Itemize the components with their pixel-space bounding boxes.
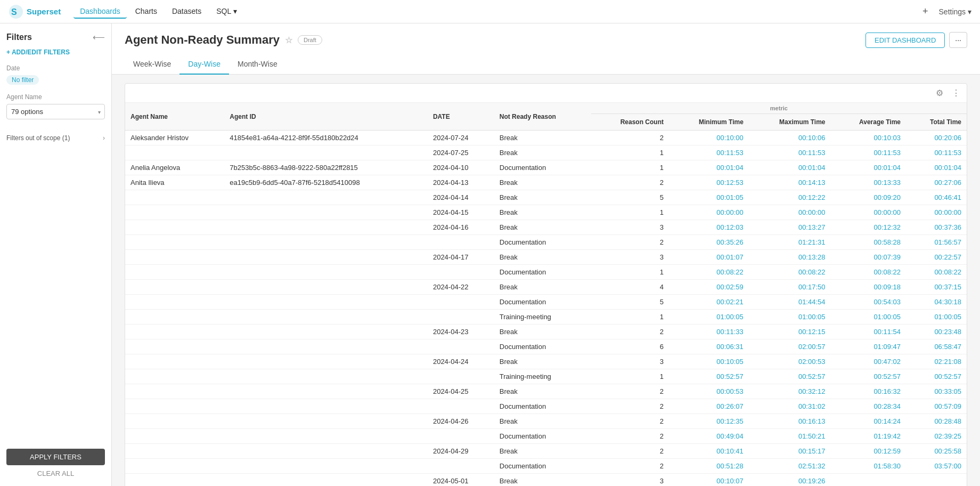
- time-cell: 00:10:03: [831, 131, 907, 145]
- time-cell: 00:22:57: [906, 250, 967, 265]
- filter-toolbar-icon[interactable]: ⚙: [934, 87, 945, 99]
- time-cell: 00:20:06: [906, 131, 967, 145]
- table-row: 2024-04-26Break200:12:3500:16:1300:14:24…: [125, 414, 967, 429]
- count-cell: 2: [591, 131, 669, 145]
- time-cell: 00:11:53: [749, 145, 831, 160]
- table-row: Documentation200:51:2802:51:3201:58:3003…: [125, 459, 967, 474]
- cell: [224, 354, 428, 369]
- count-cell: 1: [591, 310, 669, 325]
- tab-month-wise[interactable]: Month-Wise: [229, 54, 286, 75]
- table-row: Documentation500:02:2101:44:5400:54:0304…: [125, 295, 967, 310]
- table-row: 2024-04-14Break500:01:0500:12:2200:09:20…: [125, 190, 967, 205]
- apply-filters-button[interactable]: APPLY FILTERS: [6, 449, 105, 465]
- nav-sql[interactable]: SQL ▾: [210, 5, 243, 19]
- nav-dashboards[interactable]: Dashboards: [74, 5, 127, 19]
- time-cell: 00:52:57: [906, 369, 967, 384]
- add-edit-filters-button[interactable]: + ADD/EDIT FILTERS: [6, 48, 105, 56]
- more-options-button[interactable]: ···: [949, 32, 967, 48]
- settings-button[interactable]: Settings ▾: [939, 7, 971, 16]
- cell: Documentation: [494, 295, 591, 310]
- cell: Break: [494, 250, 591, 265]
- dashboard-title: Agent Non-Ready Summary: [125, 33, 280, 47]
- time-cell: 02:21:08: [906, 354, 967, 369]
- count-cell: 3: [591, 250, 669, 265]
- time-cell: 00:35:26: [669, 235, 749, 250]
- cell: [224, 220, 428, 235]
- time-cell: 00:12:59: [831, 444, 907, 459]
- table-row: 2024-04-17Break300:01:0700:13:2800:07:39…: [125, 250, 967, 265]
- time-cell: 00:28:48: [906, 414, 967, 429]
- date-filter-label: Date: [6, 64, 105, 72]
- time-cell: 00:19:26: [749, 474, 831, 487]
- more-toolbar-icon[interactable]: ⋮: [950, 87, 962, 99]
- col-date: DATE: [428, 103, 494, 131]
- time-cell: 02:00:53: [749, 354, 831, 369]
- cell: [224, 190, 428, 205]
- cell: 2024-04-25: [428, 384, 494, 399]
- cell: [125, 325, 224, 339]
- table-row: Documentation200:35:2601:21:3100:58:2801…: [125, 235, 967, 250]
- agent-name-select[interactable]: 79 options: [6, 104, 105, 119]
- time-cell: 00:10:00: [669, 131, 749, 145]
- cell: Break: [494, 325, 591, 339]
- clear-all-button[interactable]: CLEAR ALL: [6, 469, 105, 477]
- time-cell: 00:10:05: [669, 354, 749, 369]
- table-row: Aleksander Hristov41854e81-a64a-4212-8f9…: [125, 131, 967, 145]
- cell: [224, 474, 428, 487]
- table-row: 2024-04-29Break200:10:4100:15:1700:12:59…: [125, 444, 967, 459]
- sql-dropdown-caret: ▾: [233, 7, 237, 15]
- tab-week-wise[interactable]: Week-Wise: [125, 54, 179, 75]
- table-row: Training-meeting101:00:0501:00:0501:00:0…: [125, 310, 967, 325]
- time-cell: 01:00:05: [669, 310, 749, 325]
- time-cell: 03:57:00: [906, 459, 967, 474]
- count-cell: 1: [591, 145, 669, 160]
- main-layout: Filters ⟵ + ADD/EDIT FILTERS Date No fil…: [0, 23, 980, 486]
- cell: 2024-04-15: [428, 205, 494, 220]
- logo[interactable]: S Superset: [9, 4, 61, 19]
- date-filter-badge[interactable]: No filter: [6, 75, 39, 85]
- cell: [428, 459, 494, 474]
- time-cell: 00:08:22: [669, 265, 749, 280]
- cell: [224, 414, 428, 429]
- time-cell: 00:11:53: [669, 145, 749, 160]
- table-row: Training-meeting100:52:5700:52:5700:52:5…: [125, 369, 967, 384]
- nav-charts[interactable]: Charts: [129, 5, 164, 19]
- time-cell: 00:00:00: [906, 205, 967, 220]
- cell: [224, 265, 428, 280]
- time-cell: 00:14:24: [831, 414, 907, 429]
- cell: Break: [494, 384, 591, 399]
- time-cell: 00:54:03: [831, 295, 907, 310]
- cell: [125, 205, 224, 220]
- filters-out-scope-button[interactable]: Filters out of scope (1) ›: [6, 132, 105, 144]
- cell: [125, 295, 224, 310]
- time-cell: 00:17:50: [749, 280, 831, 295]
- time-cell: 00:15:17: [749, 444, 831, 459]
- time-cell: 00:12:15: [749, 325, 831, 339]
- cell: Documentation: [494, 160, 591, 175]
- time-cell: 00:12:53: [669, 175, 749, 190]
- cell: 2024-07-25: [428, 145, 494, 160]
- sidebar-collapse-button[interactable]: ⟵: [93, 32, 105, 42]
- cell: Anelia Angelova: [125, 160, 224, 175]
- cell: Break: [494, 280, 591, 295]
- time-cell: 00:52:57: [669, 369, 749, 384]
- add-button[interactable]: +: [918, 4, 933, 19]
- nav-datasets[interactable]: Datasets: [166, 5, 208, 19]
- cell: [224, 205, 428, 220]
- cell: [224, 444, 428, 459]
- time-cell: 00:11:33: [669, 325, 749, 339]
- time-cell: 00:37:36: [906, 220, 967, 235]
- col-metric-group: metric: [591, 103, 967, 114]
- cell: [428, 295, 494, 310]
- favorite-star-icon[interactable]: ☆: [285, 35, 292, 45]
- col-total-time: Total Time: [906, 114, 967, 131]
- draft-badge: Draft: [298, 35, 322, 45]
- cell: 2024-05-01: [428, 474, 494, 487]
- date-filter-section: Date No filter: [6, 64, 105, 85]
- edit-dashboard-button[interactable]: EDIT DASHBOARD: [865, 33, 945, 48]
- sidebar-header: Filters ⟵: [6, 32, 105, 42]
- tab-day-wise[interactable]: Day-Wise: [179, 54, 229, 75]
- time-cell: 00:52:57: [749, 369, 831, 384]
- time-cell: 00:12:32: [831, 220, 907, 235]
- count-cell: 2: [591, 414, 669, 429]
